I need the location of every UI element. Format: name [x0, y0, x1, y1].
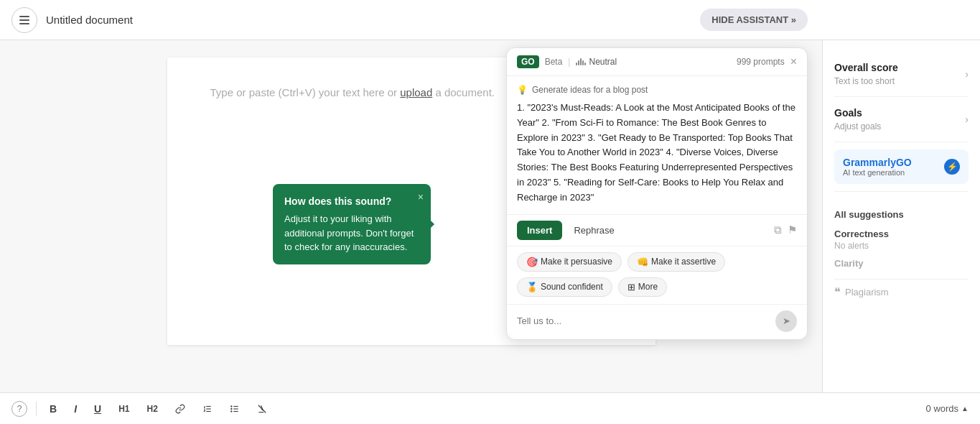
doc-title: Untitled document [46, 14, 133, 26]
tooltip-bubble: × How does this sound? Adjust it to your… [273, 184, 431, 264]
svg-point-8 [231, 410, 232, 411]
insert-button[interactable]: Insert [517, 221, 562, 240]
link-button[interactable] [171, 401, 190, 417]
bottom-toolbar: ? B I U H1 H2 0 words ▲ [0, 392, 980, 424]
go-chips: 🎯 Make it persuasive 👊 Make it assertive… [507, 246, 807, 304]
underline-button[interactable]: U [90, 400, 106, 418]
chip-assertive[interactable]: 👊 Make it assertive [627, 252, 725, 272]
ordered-list-button[interactable] [198, 401, 217, 417]
plagiarism-label: Plagiarism [845, 287, 889, 298]
overall-score-section: Overall score Text is too short › [834, 52, 969, 97]
help-button[interactable]: ? [11, 401, 27, 417]
rephrase-button[interactable]: Rephrase [568, 221, 620, 240]
go-panel: GO Beta | Neutral 999 prompts × [506, 47, 808, 340]
menu-icon [19, 16, 29, 24]
goals-chevron: › [965, 114, 969, 125]
go-close-button[interactable]: × [790, 56, 797, 68]
fist-emoji: 👊 [637, 257, 648, 267]
h2-button[interactable]: H2 [142, 401, 162, 417]
target-emoji: 🎯 [526, 257, 538, 267]
plagiarism-row[interactable]: ❝ Plagiarism [834, 280, 969, 305]
clear-format-icon [257, 404, 267, 414]
tooltip-body: Adjust it to your liking with additional… [284, 212, 419, 254]
grammarly-go-sub: AI text generation [843, 168, 912, 177]
italic-button[interactable]: I [70, 400, 81, 418]
clarity-title: Clarity [834, 251, 969, 269]
go-response-text: 1. "2023's Must-Reads: A Look at the Mos… [517, 101, 797, 206]
go-panel-body: 💡 Generate ideas for a blog post 1. "202… [507, 76, 807, 214]
go-send-button[interactable]: ➤ [775, 310, 797, 332]
go-actions-row: Insert Rephrase ⧉ ⚑ [507, 214, 807, 246]
all-suggestions-title: All suggestions [834, 202, 969, 224]
go-neutral-indicator: Neutral [576, 57, 617, 67]
chip-more[interactable]: ⊞ More [618, 277, 667, 297]
medal-emoji: 🏅 [526, 282, 538, 292]
h1-button[interactable]: H1 [114, 401, 134, 417]
copy-icon[interactable]: ⧉ [774, 223, 782, 236]
chip-confident[interactable]: 🏅 Sound confident [517, 277, 612, 297]
grammarly-go-label: GrammarlyGO [843, 157, 912, 168]
goals-row[interactable]: Goals Adjust goals › [834, 107, 969, 132]
word-count: 0 words ▲ [926, 403, 969, 414]
no-alerts-label: No alerts [834, 241, 969, 251]
go-beta-label: Beta [545, 57, 563, 67]
chip-persuasive[interactable]: 🎯 Make it persuasive [517, 252, 622, 272]
upload-link[interactable]: upload [400, 86, 432, 98]
tooltip-title: How does this sound? [284, 194, 419, 209]
menu-button[interactable] [11, 7, 37, 33]
svg-point-6 [231, 405, 232, 406]
flag-icon[interactable]: ⚑ [788, 223, 797, 236]
unordered-list-icon [230, 404, 240, 414]
clear-format-button[interactable] [253, 401, 271, 417]
go-tell-us-input[interactable] [517, 315, 770, 326]
grammarly-go-row[interactable]: GrammarlyGO AI text generation ⚡ [834, 149, 969, 184]
link-icon [175, 404, 185, 414]
correctness-title: Correctness [834, 224, 969, 241]
grammarly-go-section: GrammarlyGO AI text generation ⚡ [834, 142, 969, 192]
send-icon: ➤ [783, 315, 790, 326]
go-prompt-label: 💡 Generate ideas for a blog post [517, 85, 797, 95]
toolbar-separator-1 [36, 402, 37, 416]
go-badge: GO [517, 55, 539, 68]
go-input-area: ➤ [507, 304, 807, 339]
right-sidebar: Overall score Text is too short › Goals … [822, 40, 980, 392]
go-panel-header: GO Beta | Neutral 999 prompts × [507, 48, 807, 76]
goals-section: Goals Adjust goals › [834, 97, 969, 142]
overall-score-row[interactable]: Overall score Text is too short › [834, 62, 969, 86]
lightbulb-icon: 💡 [517, 85, 528, 95]
plagiarism-icon: ❝ [834, 285, 841, 299]
unordered-list-button[interactable] [225, 401, 244, 417]
svg-line-10 [258, 405, 266, 413]
neutral-bars-icon [576, 58, 586, 65]
tooltip-close-button[interactable]: × [418, 190, 424, 205]
goals-sub: Adjust goals [834, 121, 881, 132]
bold-button[interactable]: B [45, 400, 61, 418]
overall-score-sub: Text is too short [834, 76, 898, 86]
overall-score-chevron: › [965, 68, 969, 80]
goals-title: Goals [834, 107, 881, 119]
ordered-list-icon [202, 404, 213, 414]
all-suggestions-section: All suggestions Correctness No alerts Cl… [834, 192, 969, 280]
svg-point-7 [231, 408, 232, 409]
go-action-icons: ⧉ ⚑ [774, 223, 797, 236]
grammarly-go-icon: ⚡ [944, 159, 960, 175]
overall-score-title: Overall score [834, 62, 898, 73]
hide-assistant-button[interactable]: HIDE ASSISTANT » [700, 9, 808, 31]
go-prompts-count: 999 prompts [737, 57, 785, 67]
